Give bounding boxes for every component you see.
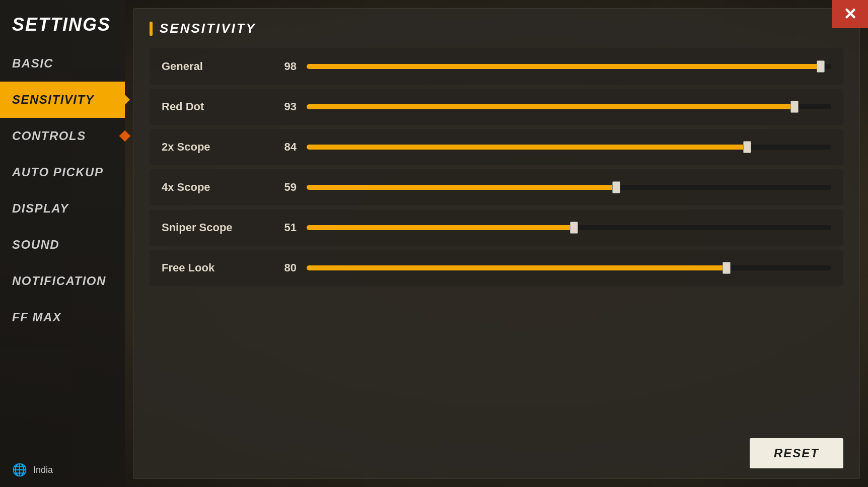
sidebar-title: SETTINGS: [0, 0, 125, 45]
slider-fill: [307, 265, 727, 270]
slider-thumb[interactable]: [570, 222, 578, 234]
slider-row-red-dot: Red Dot93: [150, 89, 843, 125]
slider-row-free-look: Free Look80: [150, 250, 843, 286]
sidebar-item-auto_pickup[interactable]: AUTO PICKUP: [0, 154, 125, 190]
globe-icon: 🌐: [12, 463, 27, 477]
slider-row-sniper-scope: Sniper Scope51: [150, 210, 843, 246]
sidebar-item-sensitivity[interactable]: SENSITIVITY: [0, 82, 125, 118]
sidebar-item-controls[interactable]: CONTROLS: [0, 118, 125, 154]
slider-label: General: [162, 60, 262, 73]
panel-title: SENSITIVITY: [160, 21, 256, 36]
slider-thumb[interactable]: [817, 60, 825, 73]
slider-track-container[interactable]: [307, 263, 831, 273]
slider-value: 84: [272, 141, 297, 154]
slider-thumb[interactable]: [790, 101, 799, 113]
slider-label: Sniper Scope: [162, 221, 262, 234]
main-content: ✕ SENSITIVITY General98Red Dot932x Scope…: [125, 0, 868, 487]
sidebar-item-display[interactable]: DISPLAY: [0, 190, 125, 227]
slider-value: 51: [272, 221, 297, 234]
sidebar-item-sound[interactable]: SOUND: [0, 227, 125, 263]
sidebar: SETTINGS BASICSENSITIVITYCONTROLSAUTO PI…: [0, 0, 125, 487]
slider-track: [307, 104, 831, 109]
panel-footer: RESET: [133, 428, 859, 478]
slider-fill: [307, 145, 747, 150]
sidebar-item-basic[interactable]: BASIC: [0, 45, 125, 82]
sliders-container: General98Red Dot932x Scope844x Scope59Sn…: [133, 44, 859, 298]
slider-track: [307, 225, 831, 230]
region-label: India: [33, 465, 53, 475]
slider-row-general: General98: [150, 48, 843, 85]
slider-track-container[interactable]: [307, 182, 831, 192]
slider-track: [307, 265, 831, 270]
slider-fill: [307, 225, 574, 230]
sidebar-footer: 🌐 India: [0, 453, 125, 487]
settings-panel: SENSITIVITY General98Red Dot932x Scope84…: [133, 8, 860, 479]
slider-label: Free Look: [162, 261, 262, 274]
close-icon: ✕: [843, 6, 857, 22]
slider-track: [307, 145, 831, 150]
slider-value: 93: [272, 100, 297, 113]
header-accent: [150, 22, 153, 36]
sidebar-item-notification[interactable]: NOTIFICATION: [0, 263, 125, 299]
panel-header: SENSITIVITY: [133, 9, 859, 44]
close-button[interactable]: ✕: [832, 0, 868, 28]
slider-thumb[interactable]: [612, 181, 620, 193]
slider-track-container[interactable]: [307, 102, 831, 112]
slider-row-2x-scope: 2x Scope84: [150, 129, 843, 165]
slider-label: 2x Scope: [162, 141, 262, 154]
slider-label: Red Dot: [162, 100, 262, 113]
slider-row-4x-scope: 4x Scope59: [150, 169, 843, 205]
slider-value: 80: [272, 261, 297, 274]
reset-button[interactable]: RESET: [750, 438, 843, 468]
sidebar-nav: BASICSENSITIVITYCONTROLSAUTO PICKUPDISPL…: [0, 45, 125, 453]
slider-track-container[interactable]: [307, 142, 831, 152]
slider-value: 98: [272, 60, 297, 73]
slider-fill: [307, 64, 821, 69]
slider-thumb[interactable]: [722, 262, 731, 274]
sidebar-item-ff_max[interactable]: FF MAX: [0, 299, 125, 335]
slider-track: [307, 64, 831, 69]
slider-label: 4x Scope: [162, 181, 262, 194]
slider-track: [307, 185, 831, 190]
slider-value: 59: [272, 181, 297, 194]
slider-fill: [307, 185, 616, 190]
app-container: SETTINGS BASICSENSITIVITYCONTROLSAUTO PI…: [0, 0, 868, 487]
slider-fill: [307, 104, 794, 109]
slider-thumb[interactable]: [743, 141, 751, 153]
slider-track-container[interactable]: [307, 223, 831, 233]
slider-track-container[interactable]: [307, 61, 831, 72]
